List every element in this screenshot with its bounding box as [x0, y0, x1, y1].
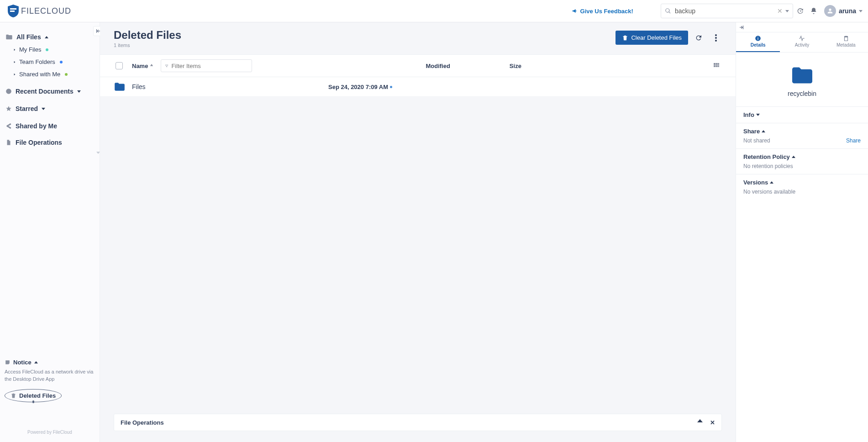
star-icon	[5, 105, 12, 112]
search-history-button[interactable]	[793, 4, 807, 18]
page-title: Deleted Files	[114, 29, 615, 42]
trash-icon	[622, 35, 628, 41]
caret-down-icon	[756, 114, 760, 116]
svg-point-2	[715, 40, 717, 42]
clock-icon	[5, 88, 12, 95]
sidebar-notice[interactable]: Notice	[5, 359, 95, 366]
close-icon[interactable]: ✕	[710, 419, 715, 426]
sidebar-shared-with-me[interactable]: Shared with Me	[5, 68, 94, 80]
caret-up-icon	[34, 361, 38, 363]
versions-status: No versions available	[743, 189, 795, 195]
tab-metadata[interactable]: Metadata	[824, 32, 868, 52]
column-modified[interactable]: Modified	[426, 63, 450, 69]
filter-input[interactable]	[171, 63, 248, 69]
feedback-link[interactable]: Give Us Feedback!	[572, 8, 633, 15]
details-info-toggle[interactable]: Info	[743, 111, 861, 118]
share-icon	[5, 123, 12, 129]
share-action-link[interactable]: Share	[846, 137, 861, 144]
status-dot-icon	[65, 73, 68, 76]
details-folder-name: recyclebin	[788, 90, 816, 97]
chevron-right-icon	[13, 73, 16, 76]
details-panel: Details Activity Metadata recyclebin Inf…	[736, 22, 868, 442]
sidebar-file-operations[interactable]: File Operations	[5, 136, 94, 149]
caret-up-icon	[792, 156, 795, 158]
file-operations-bar[interactable]: File Operations ✕	[114, 414, 722, 431]
caret-up-icon	[762, 130, 765, 132]
caret-down-icon	[77, 90, 81, 93]
sidebar-deleted-files[interactable]: Deleted Files	[5, 389, 62, 402]
details-share-toggle[interactable]: Share	[743, 128, 861, 135]
logo: FILECLOUD	[7, 4, 71, 18]
search-clear-icon[interactable]: ✕	[777, 7, 783, 15]
notifications-button[interactable]	[807, 4, 821, 18]
share-status: Not shared	[743, 137, 770, 144]
refresh-icon	[695, 34, 702, 42]
column-size[interactable]: Size	[510, 63, 521, 69]
bell-icon	[810, 7, 817, 15]
sidebar-my-files[interactable]: My Files	[5, 43, 94, 56]
user-menu[interactable]: aruna	[824, 5, 863, 17]
folder-icon	[114, 82, 126, 92]
caret-up-icon	[45, 36, 48, 38]
grid-icon	[713, 62, 720, 69]
column-name[interactable]: Name	[132, 63, 153, 69]
info-icon	[755, 35, 761, 42]
filter-box[interactable]	[161, 59, 252, 72]
grid-view-toggle[interactable]	[713, 62, 720, 69]
row-modified: Sep 24, 2020 7:09 AM	[328, 84, 392, 90]
details-retention-toggle[interactable]: Retention Policy	[743, 153, 861, 160]
sidebar-team-folders[interactable]: Team Folders	[5, 56, 94, 68]
person-icon	[826, 7, 834, 15]
search-dropdown-icon[interactable]	[785, 10, 789, 12]
tab-details[interactable]: Details	[736, 32, 780, 52]
sidebar-recent[interactable]: Recent Documents	[5, 85, 94, 98]
search-icon	[665, 8, 671, 14]
megaphone-icon	[572, 8, 578, 14]
chevron-right-icon	[13, 48, 16, 52]
status-dot-icon	[46, 48, 48, 51]
sidebar-shared-by-me[interactable]: Shared by Me	[5, 120, 94, 132]
details-collapse-button[interactable]	[736, 22, 868, 32]
list-row[interactable]: Files Sep 24, 2020 7:09 AM	[100, 77, 736, 97]
search-box[interactable]: ✕	[661, 4, 793, 18]
clear-deleted-button[interactable]: Clear Deleted Files	[615, 31, 688, 45]
sidebar-all-files[interactable]: All Files	[5, 31, 94, 43]
refresh-button[interactable]	[692, 31, 705, 45]
folder-large-icon	[790, 65, 815, 85]
notice-text: Access FileCloud as a network drive via …	[5, 368, 95, 383]
filter-icon	[165, 63, 168, 69]
retention-status: No retention policies	[743, 163, 793, 169]
more-options-button[interactable]	[709, 31, 723, 45]
svg-point-1	[715, 37, 717, 39]
folder-icon	[5, 34, 13, 40]
chevron-down-icon	[859, 10, 863, 12]
tab-activity[interactable]: Activity	[780, 32, 824, 52]
caret-up-icon	[770, 181, 773, 184]
row-name: Files	[132, 83, 328, 90]
chevron-right-icon	[13, 60, 16, 64]
sort-asc-icon	[150, 64, 153, 68]
app-header: FILECLOUD Give Us Feedback! ✕ aruna	[0, 0, 868, 22]
main-content: Deleted Files 1 items Clear Deleted File…	[100, 22, 736, 442]
file-icon	[5, 139, 12, 146]
list-header: Name Modified Size	[100, 55, 736, 77]
search-history-icon	[796, 7, 804, 15]
activity-icon	[799, 35, 805, 42]
kebab-icon	[715, 34, 717, 42]
details-versions-toggle[interactable]: Versions	[743, 179, 861, 186]
collapse-right-icon	[739, 25, 744, 30]
trash-icon	[11, 393, 16, 399]
sidebar: All Files My Files Team Folders Shared w…	[0, 22, 100, 442]
expand-icon[interactable]	[697, 419, 703, 422]
status-dot-icon	[60, 61, 63, 63]
svg-point-0	[715, 34, 717, 36]
logo-text: FILECLOUD	[21, 6, 71, 16]
avatar	[824, 5, 836, 17]
caret-down-icon	[42, 108, 45, 110]
select-all-checkbox[interactable]	[116, 62, 123, 69]
clipboard-icon	[843, 35, 849, 42]
search-input[interactable]	[675, 7, 773, 15]
new-indicator-icon	[390, 86, 392, 88]
powered-by: Powered by FileCloud	[5, 430, 95, 435]
sidebar-starred[interactable]: Starred	[5, 102, 94, 115]
